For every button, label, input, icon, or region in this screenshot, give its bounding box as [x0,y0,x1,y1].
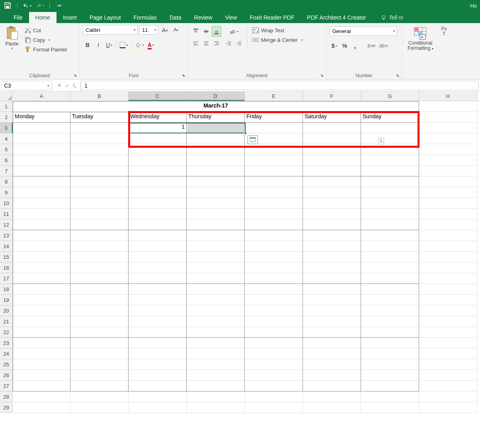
increase-decimal-button[interactable]: .0.00 [365,41,377,51]
copy-button[interactable]: Copy ▾ [23,36,69,44]
cell-B23[interactable] [70,338,129,348]
conditional-formatting-button[interactable]: ≠ ConditionalFormatting ▾ [405,25,436,78]
cell-A11[interactable] [13,209,70,219]
format-table-button[interactable]: Fo T [438,25,450,78]
row-header-22[interactable]: 22 [0,327,13,338]
row-header-13[interactable]: 13 [0,230,13,241]
cell-F1[interactable] [303,101,361,112]
select-all-corner[interactable] [0,92,13,101]
cell-G19[interactable] [361,295,419,305]
cell-E24[interactable] [245,348,303,359]
paste-button[interactable]: Paste ▾ [3,25,21,72]
cell-A9[interactable] [13,187,70,198]
cell-E11[interactable] [245,209,303,219]
cell-H27[interactable] [419,381,477,391]
cell-C21[interactable] [129,316,187,327]
cell-F29[interactable] [303,402,361,413]
underline-button[interactable]: U [104,40,114,50]
cell-G18[interactable] [361,284,419,295]
cell-E21[interactable] [245,316,303,327]
cell-H11[interactable] [419,209,477,219]
cell-B14[interactable] [70,241,129,252]
font-launcher[interactable]: ⬊ [181,73,186,78]
cell-C22[interactable] [129,327,187,338]
fill-color-button[interactable] [134,40,145,50]
align-center-button[interactable] [201,38,211,49]
cell-F22[interactable] [303,327,361,338]
cell-G23[interactable] [361,338,419,348]
cell-B21[interactable] [70,316,129,327]
cell-C10[interactable] [129,198,187,209]
row-header-24[interactable]: 24 [0,348,13,359]
cell-F13[interactable] [303,230,361,241]
cell-G2[interactable]: Sunday [361,112,419,123]
redo-button[interactable]: ▾ [35,1,44,10]
cell-A20[interactable] [13,305,70,316]
tab-formulas[interactable]: Formulas [127,12,163,23]
tab-home[interactable]: Home [29,12,57,23]
name-box[interactable]: C3 ▾ [1,81,52,90]
cell-D29[interactable] [187,402,245,413]
tab-insert[interactable]: Insert [57,12,83,23]
cell-E29[interactable] [245,402,303,413]
increase-indent-button[interactable] [234,38,244,49]
cell-D8[interactable] [187,176,245,187]
cell-E1[interactable] [245,101,303,112]
cell-A12[interactable] [13,219,70,230]
cell-H21[interactable] [419,316,477,327]
cell-F9[interactable] [303,187,361,198]
cell-B11[interactable] [70,209,129,219]
cell-C24[interactable] [129,348,187,359]
cell-C26[interactable] [129,370,187,381]
cell-D27[interactable] [187,381,245,391]
format-painter-button[interactable]: Format Painter [23,45,69,53]
cell-G26[interactable] [361,370,419,381]
cell-B17[interactable] [70,273,129,284]
number-launcher[interactable]: ⬊ [395,73,400,78]
cell-E7[interactable] [245,166,303,176]
cell-D24[interactable] [187,348,245,359]
cell-F27[interactable] [303,381,361,391]
cell-E8[interactable] [245,176,303,187]
cell-D12[interactable] [187,219,245,230]
cell-E15[interactable] [245,252,303,262]
row-header-15[interactable]: 15 [0,252,13,262]
cell-C2[interactable]: Wednesday [129,112,187,123]
cell-D1[interactable]: March-17 [187,101,245,112]
decrease-decimal-button[interactable]: .00.0 [377,41,389,51]
cell-F20[interactable] [303,305,361,316]
cell-H1[interactable] [419,101,477,112]
cell-D15[interactable] [187,252,245,262]
cell-E20[interactable] [245,305,303,316]
cell-C11[interactable] [129,209,187,219]
cell-F3[interactable] [303,123,361,133]
row-header-12[interactable]: 12 [0,219,13,230]
shrink-font-button[interactable]: A▾ [171,25,181,35]
cell-D14[interactable] [187,241,245,252]
cell-H8[interactable] [419,176,477,187]
cell-D25[interactable] [187,359,245,370]
cell-F14[interactable] [303,241,361,252]
cell-B22[interactable] [70,327,129,338]
cell-D20[interactable] [187,305,245,316]
cell-E23[interactable] [245,338,303,348]
cell-A19[interactable] [13,295,70,305]
cell-B8[interactable] [70,176,129,187]
cell-D9[interactable] [187,187,245,198]
cell-E9[interactable] [245,187,303,198]
number-format-combo[interactable]: General▾ [330,26,397,36]
name-box-dropdown[interactable]: ▾ [47,84,49,88]
row-header-28[interactable]: 28 [0,391,13,402]
cell-E18[interactable] [245,284,303,295]
cell-A3[interactable] [13,123,70,133]
cell-B19[interactable] [70,295,129,305]
merge-center-button[interactable]: Merge & Center ▾ [250,36,304,44]
cell-E16[interactable] [245,262,303,273]
align-left-button[interactable] [191,38,201,49]
cell-H12[interactable] [419,219,477,230]
align-bottom-button[interactable] [212,26,221,37]
cell-E10[interactable] [245,198,303,209]
col-header-D[interactable]: D [187,92,245,101]
cell-A21[interactable] [13,316,70,327]
cell-G4[interactable] [361,133,419,144]
